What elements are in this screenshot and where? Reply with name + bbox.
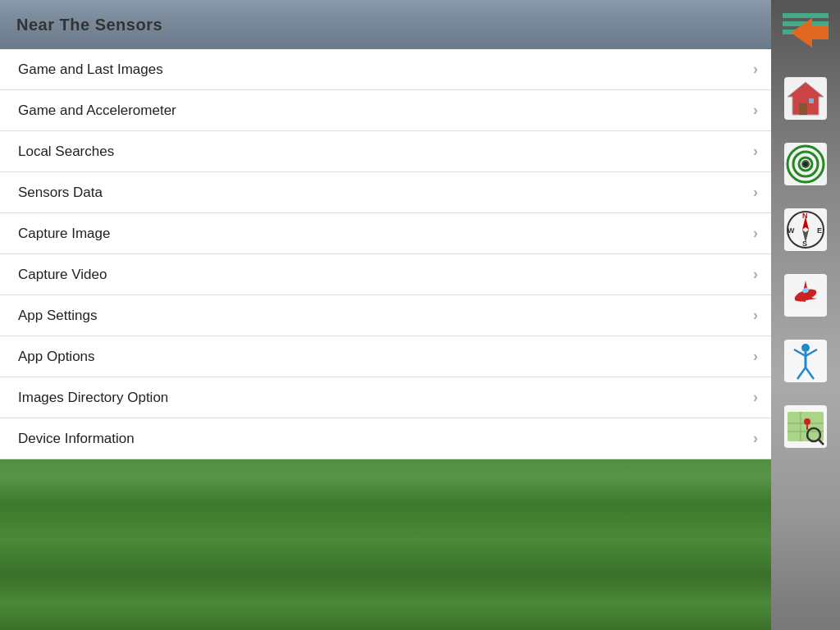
menu-item-local-searches[interactable]: Local Searches› [0, 131, 771, 172]
page-title: Near The Sensors [16, 16, 162, 34]
svg-rect-6 [799, 103, 807, 115]
map-search-icon[interactable] [773, 394, 838, 459]
menu-chevron-images-directory: › [753, 389, 758, 406]
home-icon[interactable] [773, 66, 838, 131]
menu-item-label-app-settings: App Settings [18, 308, 97, 324]
menu-item-images-directory[interactable]: Images Directory Option› [0, 377, 771, 418]
svg-text:E: E [817, 226, 822, 235]
svg-text:W: W [788, 226, 795, 235]
menu-item-label-images-directory: Images Directory Option [18, 390, 168, 406]
menu-item-label-game-accelerometer: Game and Accelerometer [18, 103, 176, 119]
field-area [0, 450, 771, 630]
menu-chevron-app-options: › [753, 348, 758, 365]
menu-chevron-capture-video: › [753, 266, 758, 283]
svg-text:N: N [802, 212, 808, 220]
svg-point-40 [804, 418, 810, 425]
menu-item-label-app-options: App Options [18, 349, 95, 365]
menu-item-app-options[interactable]: App Options› [0, 336, 771, 377]
menu-chevron-game-last-images: › [753, 61, 758, 78]
svg-rect-36 [788, 412, 824, 441]
menu-item-sensors-data[interactable]: Sensors Data› [0, 172, 771, 213]
svg-point-13 [801, 160, 810, 168]
menu-item-game-accelerometer[interactable]: Game and Accelerometer› [0, 90, 771, 131]
menu-chevron-sensors-data: › [753, 184, 758, 201]
orange-arrow-icon[interactable] [773, 0, 838, 66]
menu-item-device-information[interactable]: Device Information› [0, 418, 771, 459]
svg-text:S: S [802, 240, 807, 248]
airplane-icon[interactable] [773, 262, 838, 328]
menu-item-label-capture-image: Capture Image [18, 226, 110, 242]
menu-item-label-sensors-data: Sensors Data [18, 185, 103, 201]
menu-item-label-device-information: Device Information [18, 431, 135, 447]
menu-item-label-game-last-images: Game and Last Images [18, 62, 163, 78]
menu-chevron-local-searches: › [753, 143, 758, 160]
target-icon[interactable] [773, 131, 838, 197]
menu-item-label-capture-video: Capture Video [18, 267, 107, 283]
menu-list: Game and Last Images›Game and Accelerome… [0, 49, 771, 459]
menu-chevron-app-settings: › [753, 307, 758, 324]
menu-chevron-game-accelerometer: › [753, 102, 758, 119]
sidebar: N S E W [771, 0, 840, 630]
menu-item-app-settings[interactable]: App Settings› [0, 295, 771, 336]
menu-item-game-last-images[interactable]: Game and Last Images› [0, 49, 771, 90]
menu-item-capture-image[interactable]: Capture Image› [0, 213, 771, 254]
menu-chevron-capture-image: › [753, 225, 758, 242]
svg-point-29 [801, 344, 810, 352]
svg-rect-7 [809, 98, 814, 103]
menu-chevron-device-information: › [753, 430, 758, 447]
svg-rect-0 [783, 13, 829, 18]
header: Near The Sensors [0, 0, 771, 49]
compass-icon[interactable]: N S E W [773, 197, 838, 262]
figure-icon[interactable] [773, 328, 838, 394]
menu-item-label-local-searches: Local Searches [18, 144, 114, 160]
menu-item-capture-video[interactable]: Capture Video› [0, 254, 771, 295]
